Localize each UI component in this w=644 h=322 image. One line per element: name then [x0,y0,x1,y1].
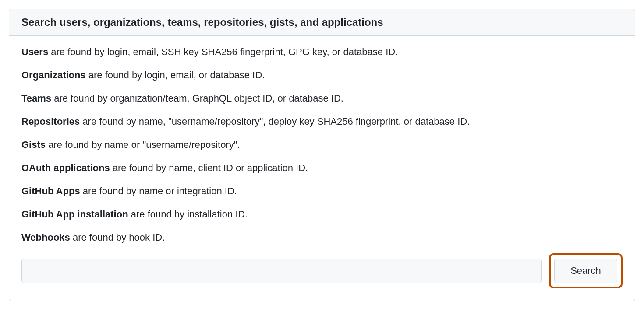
help-label-teams: Teams [21,93,51,104]
help-line-github-app-installation: GitHub App installation are found by ins… [21,207,623,221]
help-line-teams: Teams are found by organization/team, Gr… [21,91,623,105]
help-line-users: Users are found by login, email, SSH key… [21,45,623,59]
search-row: Search [21,253,623,288]
help-line-gists: Gists are found by name or "username/rep… [21,137,623,152]
help-label-github-app-installation: GitHub App installation [21,209,128,220]
panel-header: Search users, organizations, teams, repo… [9,9,635,36]
search-input[interactable] [21,259,542,283]
help-text-organizations: are found by login, email, or database I… [86,70,265,80]
help-line-organizations: Organizations are found by login, email,… [21,68,623,82]
help-text-gists: are found by name or "username/repositor… [46,139,240,150]
search-button[interactable]: Search [554,259,617,283]
help-label-webhooks: Webhooks [21,232,70,243]
search-panel: Search users, organizations, teams, repo… [9,9,635,301]
help-label-organizations: Organizations [21,70,86,80]
help-text-webhooks: are found by hook ID. [70,232,165,243]
help-text-github-app-installation: are found by installation ID. [128,209,248,220]
help-label-repositories: Repositories [21,116,80,127]
help-text-repositories: are found by name, "username/repository"… [80,116,470,127]
panel-title: Search users, organizations, teams, repo… [21,16,623,28]
help-text-oauth-applications: are found by name, client ID or applicat… [110,162,308,173]
help-label-oauth-applications: OAuth applications [21,162,110,173]
help-line-webhooks: Webhooks are found by hook ID. [21,230,623,245]
help-label-gists: Gists [21,139,46,150]
help-label-github-apps: GitHub Apps [21,186,80,196]
help-text-teams: are found by organization/team, GraphQL … [51,93,343,104]
help-text-users: are found by login, email, SSH key SHA25… [48,46,398,57]
help-line-repositories: Repositories are found by name, "usernam… [21,114,623,129]
search-button-highlight: Search [549,253,623,288]
panel-body: Users are found by login, email, SSH key… [9,36,635,301]
help-line-oauth-applications: OAuth applications are found by name, cl… [21,161,623,175]
help-label-users: Users [21,46,48,57]
help-line-github-apps: GitHub Apps are found by name or integra… [21,184,623,198]
help-text-github-apps: are found by name or integration ID. [80,186,237,196]
